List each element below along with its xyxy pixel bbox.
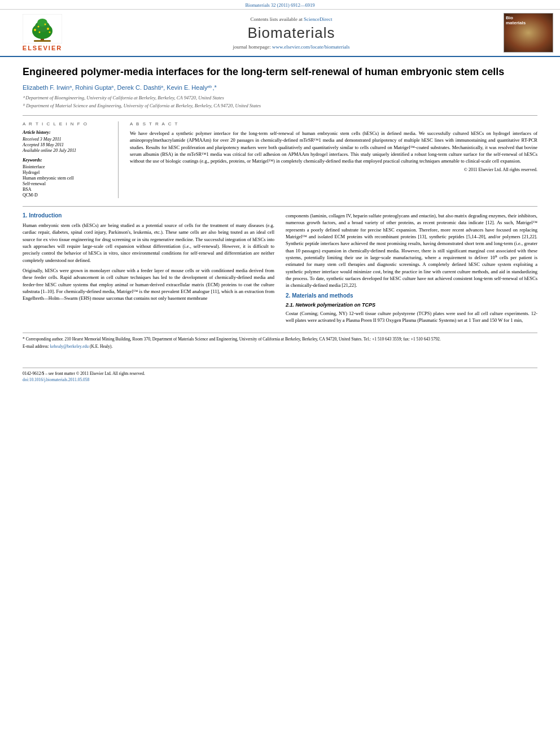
doi-link[interactable]: doi:10.1016/j.biomaterials.2011.05.058 xyxy=(23,377,89,382)
svg-point-8 xyxy=(45,24,46,25)
affiliations: ᵃ Department of Bioengineering, Universi… xyxy=(23,95,537,110)
footer: 0142-9612/$ – see front matter © 2011 El… xyxy=(23,368,537,383)
received-date: Received 3 May 2011 xyxy=(23,137,111,142)
svg-point-6 xyxy=(38,26,40,28)
body-right-col: components (laminin, collagen IV, hepari… xyxy=(286,212,537,327)
abstract-copyright: © 2011 Elsevier Ltd. All rights reserved… xyxy=(130,167,537,172)
citation-text: Biomaterials 32 (2011) 6912—6919 xyxy=(245,2,314,8)
keywords-section: Keywords: Biointerface Hydrogel Human em… xyxy=(23,158,111,198)
elsevier-label: ELSEVIER xyxy=(23,45,62,51)
accepted-date: Accepted 18 May 2011 xyxy=(23,142,111,147)
methods-number: 2. xyxy=(286,292,290,299)
article-info-column: A R T I C L E I N F O Article history: R… xyxy=(23,121,119,198)
keyword-2: Hydrogel xyxy=(23,170,111,175)
affiliation-b: ᵇ Department of Material Science and Eng… xyxy=(23,103,537,110)
methods-heading: 2. Materials and methods xyxy=(286,292,537,299)
abstract-column: A B S T R A C T We have developed a synt… xyxy=(130,121,537,198)
journal-header-center: Contents lists available at ScienceDirec… xyxy=(79,16,504,50)
info-abstract-section: A R T I C L E I N F O Article history: R… xyxy=(23,115,537,198)
keyword-3: Human embryonic stem cell xyxy=(23,176,111,181)
science-direct-line: Contents lists available at ScienceDirec… xyxy=(85,16,498,22)
footnote-corresponding: * Corresponding author. 210 Hearst Memor… xyxy=(23,337,537,343)
svg-point-10 xyxy=(49,32,51,33)
svg-point-7 xyxy=(47,28,49,30)
article-info-label: A R T I C L E I N F O xyxy=(23,121,111,126)
article-history: Article history: Received 3 May 2011 Acc… xyxy=(23,130,111,153)
elsevier-tree-icon xyxy=(23,14,62,43)
footer-issn: 0142-9612/$ – see front matter © 2011 El… xyxy=(23,370,145,383)
homepage-link[interactable]: www.elsevier.com/locate/biomaterials xyxy=(272,44,349,50)
methods-subsection-heading: 2.1. Network polymerization on TCPS xyxy=(286,302,537,308)
journal-header: ELSEVIER Contents lists available at Sci… xyxy=(0,10,560,57)
section-title: Introduction xyxy=(29,212,62,219)
elsevier-logo: ELSEVIER xyxy=(23,14,62,51)
authors-line: Elizabeth F. Irwinᵃ, Rohini Guptaᵃ, Dere… xyxy=(23,84,537,91)
body-section: 1. Introduction Human embryonic stem cel… xyxy=(23,206,537,350)
author-names: Elizabeth F. Irwinᵃ, Rohini Guptaᵃ, Dere… xyxy=(23,84,217,91)
history-label: Article history: xyxy=(23,130,111,135)
footnote-section: * Corresponding author. 210 Hearst Memor… xyxy=(23,333,537,350)
body-left-col: 1. Introduction Human embryonic stem cel… xyxy=(23,212,274,327)
methods-title: Materials and methods xyxy=(292,292,353,299)
journal-title: Biomaterials xyxy=(85,24,498,42)
methods-sub-title: Network polymerization on TCPS xyxy=(296,302,376,308)
journal-citation: Biomaterials 32 (2011) 6912—6919 xyxy=(0,0,560,10)
keyword-1: Biointerface xyxy=(23,164,111,169)
science-direct-link[interactable]: ScienceDirect xyxy=(304,16,332,22)
svg-point-9 xyxy=(39,32,41,33)
email-suffix: (K.E. Healy). xyxy=(90,344,112,349)
methods-paragraph: Costar (Corning; Corning, NY) 12-well ti… xyxy=(286,310,537,324)
svg-rect-11 xyxy=(34,40,51,42)
keyword-4: Self-renewal xyxy=(23,181,111,186)
email-address: kehealy@berkeley.edu xyxy=(50,344,89,349)
intro-paragraph-2: Originally, hESCs were grown in monolaye… xyxy=(23,267,274,302)
article-title: Engineered polymer-media interfaces for … xyxy=(23,65,537,78)
cover-label: Biomaterials xyxy=(506,15,526,25)
journal-cover: Biomaterials xyxy=(504,13,554,53)
footnote-email: E-mail address: kehealy@berkeley.edu (K.… xyxy=(23,344,537,350)
abstract-label: A B S T R A C T xyxy=(130,121,537,126)
svg-point-5 xyxy=(34,29,36,31)
keywords-label: Keywords: xyxy=(23,158,111,163)
issn-text: 0142-9612/$ – see front matter © 2011 El… xyxy=(23,370,145,377)
abstract-text: We have developed a synthetic polymer in… xyxy=(130,130,537,165)
journal-homepage: journal homepage: www.elsevier.com/locat… xyxy=(85,44,498,50)
email-label: E-mail address: xyxy=(23,344,50,349)
right-paragraph-1: components (laminin, collagen IV, hepari… xyxy=(286,212,537,289)
cover-image: Biomaterials xyxy=(504,13,553,53)
keyword-5: BSA xyxy=(23,187,111,192)
introduction-heading: 1. Introduction xyxy=(23,212,274,219)
doi-text: doi:10.1016/j.biomaterials.2011.05.058 xyxy=(23,377,145,383)
intro-paragraph-1: Human embryonic stem cells (hESCs) are b… xyxy=(23,222,274,264)
affiliation-a: ᵃ Department of Bioengineering, Universi… xyxy=(23,95,537,102)
body-two-col: 1. Introduction Human embryonic stem cel… xyxy=(23,212,537,327)
section-number: 1. xyxy=(23,212,27,219)
methods-sub-number: 2.1. xyxy=(286,302,294,308)
keyword-6: QCM-D xyxy=(23,193,111,198)
article-content: Engineered polymer-media interfaces for … xyxy=(0,57,560,362)
publisher-logo-area: ELSEVIER xyxy=(6,14,79,51)
svg-point-4 xyxy=(37,19,47,27)
available-date: Available online 20 July 2011 xyxy=(23,148,111,153)
